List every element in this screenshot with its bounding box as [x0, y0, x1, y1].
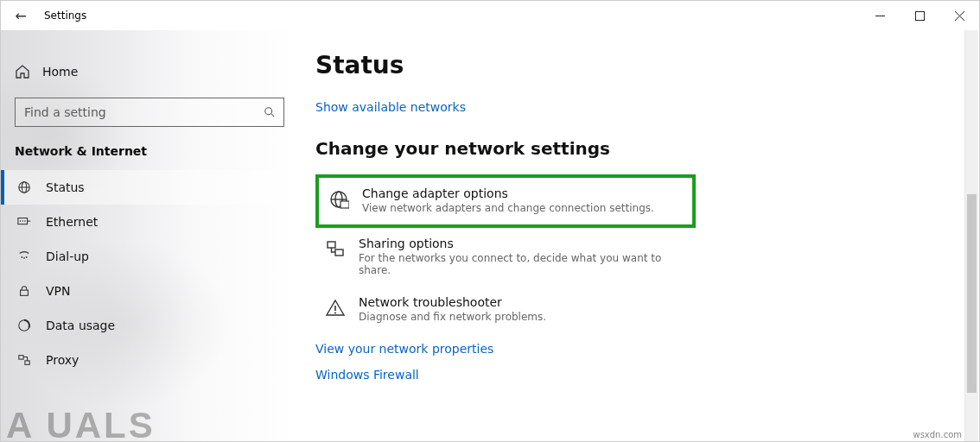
data-usage-icon: [16, 318, 32, 333]
sidebar-item-label: Ethernet: [46, 215, 98, 229]
minimize-icon: [875, 11, 885, 21]
link-windows-firewall[interactable]: Windows Firewall: [315, 368, 953, 382]
home-icon: [15, 64, 30, 79]
sidebar-item-vpn[interactable]: VPN: [1, 274, 298, 308]
svg-point-15: [23, 257, 25, 259]
search-icon: [263, 105, 277, 119]
adapter-icon: [328, 188, 350, 211]
home-label: Home: [42, 65, 78, 79]
svg-rect-20: [25, 361, 29, 364]
window-controls: [860, 1, 979, 30]
sidebar-item-label: Proxy: [46, 353, 79, 367]
page-title: Status: [315, 51, 953, 79]
svg-point-16: [26, 256, 28, 258]
option-change-adapter[interactable]: Change adapter options View network adap…: [315, 174, 696, 228]
option-troubleshooter[interactable]: Network troubleshooter Diagnose and fix …: [315, 287, 696, 333]
svg-line-5: [271, 114, 275, 117]
svg-point-4: [265, 108, 272, 115]
globe-icon: [16, 180, 32, 195]
svg-rect-24: [340, 201, 349, 208]
close-button[interactable]: [939, 1, 979, 30]
sidebar-item-ethernet[interactable]: Ethernet: [1, 205, 298, 239]
app-title: Settings: [44, 9, 86, 22]
maximize-icon: [915, 11, 925, 21]
close-icon: [955, 11, 964, 21]
vpn-icon: [16, 283, 32, 299]
sidebar-item-label: Dial-up: [46, 249, 89, 263]
link-show-networks[interactable]: Show available networks: [315, 100, 953, 114]
link-network-properties[interactable]: View your network properties: [315, 342, 953, 356]
option-title: Change adapter options: [362, 186, 654, 200]
troubleshooter-icon: [324, 297, 347, 319]
proxy-icon: [16, 352, 32, 368]
scrollbar-track[interactable]: [964, 30, 978, 442]
option-desc: For the networks you connect to, decide …: [359, 252, 689, 276]
svg-rect-25: [328, 242, 335, 248]
back-arrow-icon: ←: [15, 8, 26, 24]
option-title: Sharing options: [359, 237, 689, 250]
section-heading: Change your network settings: [315, 138, 953, 159]
sidebar-item-label: Data usage: [46, 319, 115, 332]
sidebar-item-label: Status: [46, 180, 85, 194]
svg-rect-17: [21, 290, 29, 295]
sharing-icon: [324, 238, 347, 261]
sidebar-item-status[interactable]: Status: [1, 170, 298, 205]
ethernet-icon: [16, 214, 32, 230]
svg-point-28: [334, 313, 336, 314]
minimize-button[interactable]: [860, 1, 900, 30]
search-container: [15, 98, 284, 127]
sidebar-item-label: VPN: [46, 284, 71, 298]
sidebar-item-datausage[interactable]: Data usage: [1, 308, 298, 343]
option-desc: Diagnose and fix network problems.: [359, 311, 546, 323]
title-bar: ← Settings: [1, 1, 979, 30]
sidebar-item-home[interactable]: Home: [1, 56, 298, 87]
option-sharing[interactable]: Sharing options For the networks you con…: [315, 228, 696, 287]
sidebar-nav-list: Status Ethernet Dial-up VPN: [1, 170, 298, 377]
option-title: Network troubleshooter: [359, 295, 546, 309]
sidebar-item-dialup[interactable]: Dial-up: [1, 239, 298, 274]
back-button[interactable]: ←: [1, 1, 41, 30]
maximize-button[interactable]: [900, 1, 939, 30]
svg-rect-19: [19, 356, 23, 359]
svg-rect-26: [335, 249, 343, 256]
scrollbar-thumb[interactable]: [967, 194, 977, 393]
sidebar: Home Network & Internet Status: [1, 30, 298, 442]
search-box[interactable]: [15, 98, 284, 127]
option-desc: View network adapters and change connect…: [362, 202, 654, 214]
svg-point-14: [21, 256, 22, 258]
content-area: Status Show available networks Change yo…: [298, 30, 979, 442]
dialup-icon: [16, 249, 32, 264]
svg-rect-1: [915, 11, 924, 20]
sidebar-group-header: Network & Internet: [1, 139, 298, 170]
sidebar-item-proxy[interactable]: Proxy: [1, 343, 298, 377]
search-input[interactable]: [24, 105, 263, 119]
